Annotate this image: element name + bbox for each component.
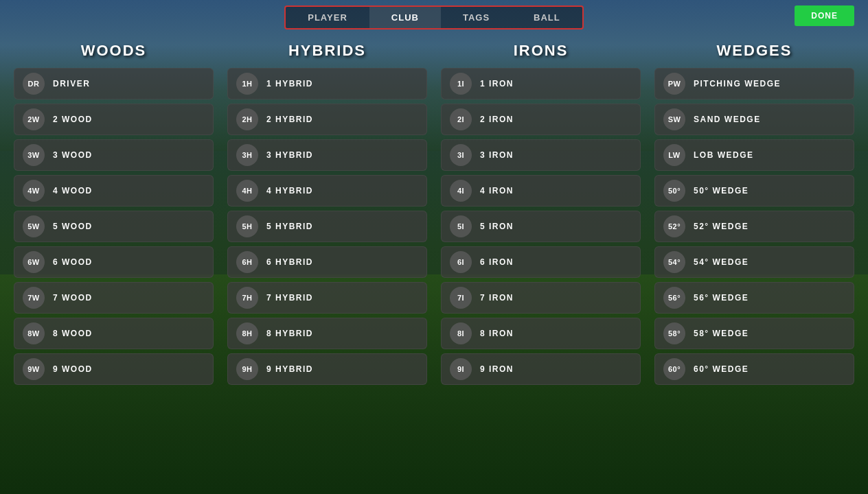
club-item[interactable]: 4W4 WOOD [14, 175, 214, 207]
club-name: 6 IRON [480, 257, 514, 267]
club-name: LOB WEDGE [694, 150, 754, 160]
club-badge: 52° [663, 215, 685, 237]
club-badge: 9W [23, 358, 45, 380]
club-item[interactable]: 8I8 IRON [441, 318, 641, 349]
club-name: 52° WEDGE [694, 222, 749, 231]
club-badge: 4I [450, 180, 472, 202]
club-item[interactable]: 9W9 WOOD [14, 353, 214, 385]
club-name: 5 IRON [480, 222, 514, 231]
nav-tab-tags[interactable]: TAGS [441, 7, 512, 28]
club-item[interactable]: 6W6 WOOD [14, 246, 214, 278]
club-badge: 3H [236, 144, 258, 166]
club-item[interactable]: 1I1 IRON [441, 68, 641, 99]
club-item[interactable]: DRDRIVER [14, 68, 214, 99]
club-item[interactable]: 4I4 IRON [441, 175, 641, 207]
club-badge: 8W [23, 322, 45, 344]
nav-tab-ball[interactable]: BALL [512, 7, 582, 28]
club-name: 9 WOOD [53, 364, 93, 374]
club-item[interactable]: 3H3 HYBRID [227, 139, 427, 171]
club-item[interactable]: 7W7 WOOD [14, 282, 214, 314]
club-badge: 9H [236, 358, 258, 380]
club-name: 3 IRON [480, 150, 514, 160]
club-badge: LW [663, 144, 685, 166]
header: PLAYERCLUBTAGSBALL DONE [0, 0, 868, 35]
column-header-hybrids: HYBRIDS [288, 42, 366, 60]
club-item[interactable]: 56°56° WEDGE [654, 282, 854, 314]
club-item[interactable]: 50°50° WEDGE [654, 175, 854, 207]
club-badge: 2W [23, 108, 45, 130]
club-list-hybrids: 1H1 HYBRID2H2 HYBRID3H3 HYBRID4H4 HYBRID… [227, 68, 427, 385]
club-name: 7 WOOD [53, 293, 93, 303]
club-badge: 6I [450, 251, 472, 273]
club-badge: 5I [450, 215, 472, 237]
done-button[interactable]: DONE [795, 5, 854, 26]
club-name: 2 WOOD [53, 115, 93, 124]
club-item[interactable]: 1H1 HYBRID [227, 68, 427, 99]
club-item[interactable]: 5W5 WOOD [14, 211, 214, 242]
club-item[interactable]: 60°60° WEDGE [654, 353, 854, 385]
club-item[interactable]: 9I9 IRON [441, 353, 641, 385]
club-item[interactable]: 7H7 HYBRID [227, 282, 427, 314]
club-badge: 8H [236, 322, 258, 344]
club-badge: 7H [236, 287, 258, 309]
club-name: 9 HYBRID [266, 364, 313, 374]
club-name: 2 IRON [480, 115, 514, 124]
club-name: DRIVER [53, 79, 90, 89]
club-badge: 2I [450, 108, 472, 130]
club-badge: 8I [450, 322, 472, 344]
club-item[interactable]: 4H4 HYBRID [227, 175, 427, 207]
club-badge: 2H [236, 108, 258, 130]
main-grid: WOODSDRDRIVER2W2 WOOD3W3 WOOD4W4 WOOD5W5… [0, 35, 868, 494]
club-badge: DR [23, 73, 45, 95]
club-badge: 7I [450, 287, 472, 309]
column-wedges: WEDGESPWPITCHING WEDGESWSAND WEDGELWLOB … [654, 42, 854, 487]
club-item[interactable]: 5I5 IRON [441, 211, 641, 242]
column-header-irons: IRONS [514, 42, 569, 60]
club-item[interactable]: 8W8 WOOD [14, 318, 214, 349]
club-name: 5 HYBRID [266, 222, 313, 231]
club-item[interactable]: 2W2 WOOD [14, 104, 214, 135]
club-item[interactable]: 2H2 HYBRID [227, 104, 427, 135]
club-badge: 3W [23, 144, 45, 166]
club-item[interactable]: PWPITCHING WEDGE [654, 68, 854, 99]
club-item[interactable]: 7I7 IRON [441, 282, 641, 314]
club-item[interactable]: SWSAND WEDGE [654, 104, 854, 135]
club-item[interactable]: 6H6 HYBRID [227, 246, 427, 278]
nav-tab-player[interactable]: PLAYER [286, 7, 369, 28]
club-badge: 4H [236, 180, 258, 202]
club-badge: 3I [450, 144, 472, 166]
club-list-irons: 1I1 IRON2I2 IRON3I3 IRON4I4 IRON5I5 IRON… [441, 68, 641, 385]
club-badge: 4W [23, 180, 45, 202]
club-item[interactable]: 2I2 IRON [441, 104, 641, 135]
club-name: 4 WOOD [53, 186, 93, 196]
club-badge: PW [663, 73, 685, 95]
club-item[interactable]: 54°54° WEDGE [654, 246, 854, 278]
club-item[interactable]: 8H8 HYBRID [227, 318, 427, 349]
club-item[interactable]: 3W3 WOOD [14, 139, 214, 171]
club-badge: 60° [663, 358, 685, 380]
club-name: 2 HYBRID [266, 115, 313, 124]
club-item[interactable]: 6I6 IRON [441, 246, 641, 278]
club-item[interactable]: 5H5 HYBRID [227, 211, 427, 242]
club-name: 8 IRON [480, 329, 514, 338]
club-item[interactable]: 3I3 IRON [441, 139, 641, 171]
column-header-woods: WOODS [81, 42, 147, 60]
club-item[interactable]: LWLOB WEDGE [654, 139, 854, 171]
club-name: 5 WOOD [53, 222, 93, 231]
club-item[interactable]: 9H9 HYBRID [227, 353, 427, 385]
club-list-woods: DRDRIVER2W2 WOOD3W3 WOOD4W4 WOOD5W5 WOOD… [14, 68, 214, 385]
club-badge: 58° [663, 322, 685, 344]
club-name: 3 WOOD [53, 150, 93, 160]
club-badge: 6H [236, 251, 258, 273]
club-name: 60° WEDGE [694, 364, 749, 374]
club-item[interactable]: 52°52° WEDGE [654, 211, 854, 242]
club-name: 8 WOOD [53, 329, 93, 338]
club-badge: 56° [663, 287, 685, 309]
club-badge: SW [663, 108, 685, 130]
club-badge: 6W [23, 251, 45, 273]
club-item[interactable]: 58°58° WEDGE [654, 318, 854, 349]
club-name: 6 WOOD [53, 257, 93, 267]
club-name: 9 IRON [480, 364, 514, 374]
club-name: 54° WEDGE [694, 257, 749, 267]
nav-tab-club[interactable]: CLUB [369, 7, 441, 28]
